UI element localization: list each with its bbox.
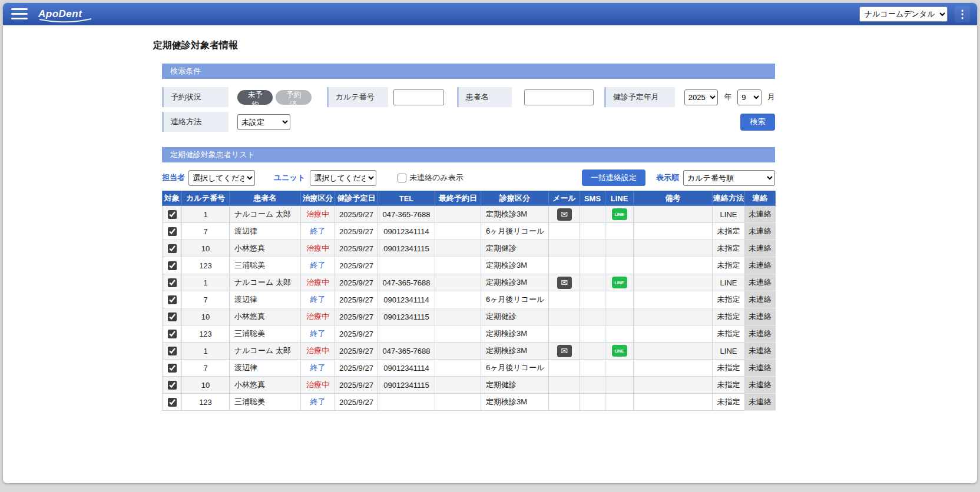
column-header: 健診予定日 bbox=[335, 191, 378, 206]
column-header: 最終予約日 bbox=[435, 191, 481, 206]
logo-swoosh bbox=[38, 18, 92, 24]
row-select-checkbox[interactable] bbox=[168, 347, 177, 355]
row-select-cell bbox=[163, 223, 182, 240]
main-content: 定期健診対象者情報 検索条件 予約状況 未予約 予約済 カルテ番号 患者名 健診… bbox=[3, 25, 977, 411]
tel-cell bbox=[378, 394, 435, 411]
treatment-status-cell: 治療中 bbox=[301, 240, 335, 257]
app-logo: ApoDent bbox=[38, 8, 82, 20]
contact-status-cell: 未連絡 bbox=[745, 325, 776, 343]
table-row: 123三浦聡美終了2025/9/27定期検診3M未指定未連絡 bbox=[163, 257, 776, 274]
patient-table-body: 1ナルコーム 太郎治療中2025/9/27047-365-7688定期検診3M✉… bbox=[163, 206, 776, 411]
note-cell bbox=[634, 343, 713, 360]
note-cell bbox=[634, 206, 713, 223]
table-row: 1ナルコーム 太郎治療中2025/9/27047-365-7688定期検診3M✉… bbox=[163, 206, 776, 223]
exam-year-select[interactable]: 2025 bbox=[684, 89, 718, 105]
sms-cell bbox=[580, 257, 605, 274]
unbooked-pill-button[interactable]: 未予約 bbox=[237, 90, 273, 105]
row-select-checkbox[interactable] bbox=[168, 244, 177, 253]
mail-icon[interactable]: ✉ bbox=[557, 208, 572, 221]
table-row: 1ナルコーム 太郎治療中2025/9/27047-365-7688定期検診3M✉… bbox=[163, 274, 776, 291]
line-icon[interactable]: LINE bbox=[612, 345, 627, 357]
column-header: 対象 bbox=[163, 191, 182, 206]
note-cell bbox=[634, 308, 713, 325]
line-cell: LINE bbox=[605, 206, 634, 223]
column-header: 備考 bbox=[634, 191, 713, 206]
booked-pill-button[interactable]: 予約済 bbox=[276, 90, 311, 105]
sms-cell bbox=[580, 206, 605, 223]
row-select-cell bbox=[163, 206, 182, 223]
patient-name-cell: 三浦聡美 bbox=[230, 257, 301, 274]
mail-cell bbox=[549, 377, 580, 394]
contact-method-cell: 未指定 bbox=[713, 325, 745, 343]
kebab-menu-icon[interactable]: ⋮ bbox=[955, 6, 970, 22]
line-icon[interactable]: LINE bbox=[612, 208, 627, 220]
hamburger-menu-icon[interactable] bbox=[11, 8, 28, 19]
uncontacted-only-checkbox[interactable] bbox=[398, 174, 406, 182]
contact-status-cell: 未連絡 bbox=[745, 308, 776, 325]
row-select-cell bbox=[163, 377, 182, 394]
staff-select[interactable]: 選択してください bbox=[188, 170, 255, 186]
table-row: 10小林悠真治療中2025/9/2709012341115定期健診未指定未連絡 bbox=[163, 240, 776, 257]
row-select-checkbox[interactable] bbox=[168, 210, 177, 219]
row-select-checkbox[interactable] bbox=[168, 261, 177, 270]
topbar-right: ナルコームデンタル ⋮ bbox=[859, 6, 970, 22]
contact-method-label: 連絡方法 bbox=[162, 112, 229, 132]
unit-select[interactable]: 選択してください bbox=[310, 170, 376, 186]
row-select-checkbox[interactable] bbox=[168, 330, 177, 338]
contact-status-cell: 未連絡 bbox=[745, 223, 776, 240]
row-select-checkbox[interactable] bbox=[168, 364, 177, 373]
row-select-checkbox[interactable] bbox=[168, 295, 177, 304]
bulk-contact-button[interactable]: 一括連絡設定 bbox=[582, 169, 645, 186]
last-booking-cell bbox=[435, 206, 481, 223]
care-category-cell: 定期検診3M bbox=[481, 257, 549, 274]
sms-cell bbox=[580, 308, 605, 325]
exam-date-cell: 2025/9/27 bbox=[335, 206, 378, 223]
row-select-checkbox[interactable] bbox=[168, 278, 177, 287]
patient-name-cell: 小林悠真 bbox=[230, 308, 301, 325]
patient-name-cell: ナルコーム 太郎 bbox=[230, 206, 301, 223]
chart-number-cell: 1 bbox=[182, 274, 230, 291]
row-select-cell bbox=[163, 240, 182, 257]
tel-cell: 047-365-7688 bbox=[378, 343, 435, 360]
contact-method-select[interactable]: 未設定 bbox=[237, 114, 290, 130]
note-cell bbox=[634, 360, 713, 377]
page-title: 定期健診対象者情報 bbox=[153, 39, 977, 52]
last-booking-cell bbox=[435, 274, 481, 291]
chart-number-input[interactable] bbox=[393, 89, 444, 105]
row-select-checkbox[interactable] bbox=[168, 381, 177, 390]
row-select-checkbox[interactable] bbox=[168, 398, 177, 407]
sort-order-select[interactable]: カルテ番号順 bbox=[683, 170, 775, 186]
sms-cell bbox=[580, 240, 605, 257]
line-cell bbox=[605, 377, 634, 394]
exam-date-cell: 2025/9/27 bbox=[335, 394, 378, 411]
mail-icon[interactable]: ✉ bbox=[557, 345, 572, 357]
chart-number-label: カルテ番号 bbox=[327, 87, 388, 107]
patient-name-input[interactable] bbox=[524, 89, 594, 105]
mail-icon[interactable]: ✉ bbox=[557, 277, 572, 289]
search-button[interactable]: 検索 bbox=[740, 114, 775, 131]
search-panel: 検索条件 予約状況 未予約 予約済 カルテ番号 患者名 健診予定年月 2025 … bbox=[153, 64, 977, 132]
row-select-checkbox[interactable] bbox=[168, 313, 177, 321]
tel-cell: 047-365-7688 bbox=[378, 274, 435, 291]
year-suffix-label: 年 bbox=[724, 92, 731, 102]
chart-number-cell: 1 bbox=[182, 343, 230, 360]
sms-cell bbox=[580, 343, 605, 360]
row-select-cell bbox=[163, 325, 182, 343]
table-row: 10小林悠真治療中2025/9/2709012341115定期健診未指定未連絡 bbox=[163, 308, 776, 325]
sms-cell bbox=[580, 377, 605, 394]
note-cell bbox=[634, 394, 713, 411]
treatment-status-cell: 治療中 bbox=[301, 206, 335, 223]
row-select-checkbox[interactable] bbox=[168, 227, 177, 236]
chart-number-cell: 123 bbox=[182, 325, 230, 343]
line-icon[interactable]: LINE bbox=[612, 277, 627, 288]
exam-date-cell: 2025/9/27 bbox=[335, 308, 378, 325]
contact-status-cell: 未連絡 bbox=[745, 377, 776, 394]
patient-table: 対象カルテ番号患者名治療区分健診予定日TEL最終予約日診療区分メールSMSLIN… bbox=[162, 191, 776, 411]
clinic-select[interactable]: ナルコームデンタル bbox=[859, 6, 948, 22]
note-cell bbox=[634, 274, 713, 291]
exam-month-label: 健診予定年月 bbox=[604, 87, 675, 107]
table-row: 1ナルコーム 太郎治療中2025/9/27047-365-7688定期検診3M✉… bbox=[163, 343, 776, 360]
patient-name-cell: 三浦聡美 bbox=[230, 325, 301, 343]
tel-cell: 09012341115 bbox=[378, 308, 435, 325]
exam-month-select[interactable]: 9 bbox=[737, 89, 762, 105]
